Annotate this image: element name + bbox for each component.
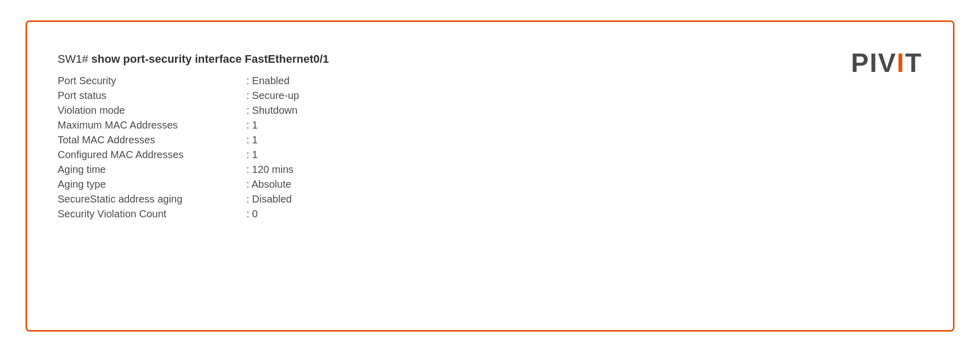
info-table: Port Security: EnabledPort status: Secur… [58,75,922,220]
row-value: : 1 [246,119,258,131]
table-row: SecureStatic address aging: Disabled [58,193,922,205]
command-line: SW1# show port-security interface FastEt… [58,53,922,66]
row-value: : Shutdown [246,105,297,116]
logo-part2: T [905,48,922,78]
logo-part1: PIV [851,48,897,78]
row-label: Total MAC Addresses [58,134,246,146]
row-label: Port Security [58,75,246,87]
table-row: Aging time: 120 mins [58,164,922,175]
table-row: Aging type: Absolute [58,179,922,190]
row-label: Configured MAC Addresses [58,149,246,161]
logo-text: PIVIT [851,47,922,78]
row-value: : 1 [246,134,258,146]
table-row: Violation mode: Shutdown [58,105,922,116]
content-area: SW1# show port-security interface FastEt… [58,53,922,220]
row-value: : 1 [246,149,258,161]
table-row: Port status: Secure-up [58,90,922,102]
row-label: SecureStatic address aging [58,193,246,205]
row-value: : 120 mins [246,164,293,175]
logo: PIVIT [851,47,922,78]
row-label: Security Violation Count [58,208,246,220]
row-value: : Disabled [246,193,292,205]
row-label: Port status [58,90,246,102]
command-text: show port-security interface FastEtherne… [91,53,329,65]
table-row: Configured MAC Addresses: 1 [58,149,922,161]
logo-i: I [897,48,905,78]
command-prompt: SW1# [58,53,91,65]
row-value: : Secure-up [246,90,299,102]
row-label: Maximum MAC Addresses [58,119,246,131]
row-label: Violation mode [58,105,246,116]
table-row: Port Security: Enabled [58,75,922,87]
row-value: : Enabled [246,75,290,87]
row-value: : Absolute [246,179,291,190]
table-row: Maximum MAC Addresses: 1 [58,119,922,131]
table-row: Security Violation Count: 0 [58,208,922,220]
main-card: PIVIT SW1# show port-security interface … [26,20,954,332]
row-value: : 0 [246,208,258,220]
table-row: Total MAC Addresses: 1 [58,134,922,146]
row-label: Aging type [58,179,246,190]
row-label: Aging time [58,164,246,175]
